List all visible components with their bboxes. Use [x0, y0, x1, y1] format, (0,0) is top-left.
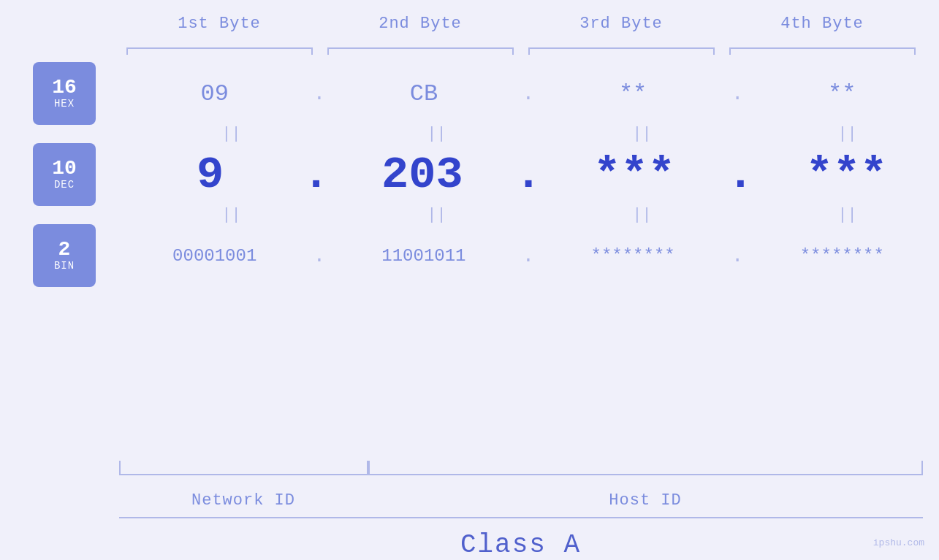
- bin-dot1: .: [311, 245, 327, 267]
- dec-row: 10 DEC 9 . 203 . *** . ***: [33, 143, 939, 206]
- class-label: Class A: [119, 530, 923, 560]
- hex-base-text: HEX: [54, 98, 75, 110]
- bin-data: 00001001 . 11001011 . ******** . *******…: [118, 245, 939, 267]
- bin-dot2: .: [521, 245, 536, 267]
- bin-row: 2 BIN 00001001 . 11001011 . ******** . *…: [33, 224, 939, 287]
- bottom-brackets: [119, 461, 923, 475]
- dec-dot3: .: [727, 149, 754, 201]
- bracket-labels: Network ID Host ID: [119, 491, 923, 510]
- bin-base-num: 2: [58, 239, 71, 260]
- eq1-b1: ||: [140, 125, 323, 143]
- eq2-b3: ||: [550, 206, 734, 224]
- hex-byte4: **: [745, 80, 939, 107]
- hex-label-box: 16 HEX: [33, 62, 96, 125]
- top-brackets: [119, 40, 923, 55]
- watermark: ipshu.com: [873, 537, 924, 548]
- hex-data: 09 . CB . ** . **: [118, 80, 939, 107]
- bin-label-box: 2 BIN: [33, 224, 96, 287]
- eq2-b2: ||: [345, 206, 528, 224]
- hex-dot1: .: [311, 83, 327, 105]
- bin-byte1: 00001001: [118, 246, 311, 266]
- class-area: Class A: [119, 517, 923, 560]
- dec-byte1: 9: [118, 149, 303, 201]
- main-content: 16 HEX 09 . CB . ** . ** || || || ||: [33, 62, 939, 455]
- dec-byte2: 203: [330, 149, 514, 201]
- bin-dot3: .: [730, 245, 745, 267]
- network-bracket: [119, 461, 368, 475]
- dec-label-box: 10 DEC: [33, 143, 96, 206]
- network-id-label: Network ID: [119, 491, 368, 510]
- bin-byte4: ********: [745, 246, 939, 266]
- eq2-b1: ||: [140, 206, 323, 224]
- eq2-b4: ||: [756, 206, 939, 224]
- hex-dot3: .: [730, 83, 745, 105]
- bottom-bracket-area: Network ID Host ID: [119, 461, 923, 510]
- byte4-header: 4th Byte: [722, 15, 923, 33]
- byte2-header: 2nd Byte: [320, 15, 521, 33]
- bin-base-text: BIN: [54, 260, 75, 272]
- hex-dot2: .: [521, 83, 536, 105]
- eq1-b3: ||: [550, 125, 734, 143]
- dec-data: 9 . 203 . *** . ***: [118, 149, 939, 201]
- equals-row-1: || || || ||: [33, 125, 939, 143]
- dec-dot2: .: [514, 149, 541, 201]
- main-container: 1st Byte 2nd Byte 3rd Byte 4th Byte: [0, 0, 939, 560]
- hex-byte1: 09: [118, 80, 311, 107]
- bracket-3: [521, 40, 722, 55]
- bin-byte2: 11001011: [327, 246, 520, 266]
- hex-byte2: CB: [327, 80, 520, 107]
- equals-row-2: || || || ||: [33, 206, 939, 224]
- host-bracket: [368, 461, 923, 475]
- dec-dot1: .: [303, 149, 330, 201]
- byte-headers: 1st Byte 2nd Byte 3rd Byte 4th Byte: [119, 15, 923, 33]
- hex-base-num: 16: [52, 77, 77, 98]
- bin-byte3: ********: [536, 246, 729, 266]
- bracket-4: [722, 40, 923, 55]
- bracket-1: [119, 40, 320, 55]
- dec-byte4: ***: [754, 149, 939, 201]
- eq1-b2: ||: [345, 125, 528, 143]
- hex-row: 16 HEX 09 . CB . ** . **: [33, 62, 939, 125]
- eq1-b4: ||: [756, 125, 939, 143]
- class-top-line: [119, 517, 923, 518]
- bracket-2: [320, 40, 521, 55]
- byte1-header: 1st Byte: [119, 15, 320, 33]
- dec-base-num: 10: [52, 158, 77, 179]
- host-id-label: Host ID: [368, 491, 923, 510]
- byte3-header: 3rd Byte: [521, 15, 722, 33]
- dec-byte3: ***: [542, 149, 727, 201]
- dec-base-text: DEC: [54, 179, 75, 191]
- hex-byte3: **: [536, 80, 729, 107]
